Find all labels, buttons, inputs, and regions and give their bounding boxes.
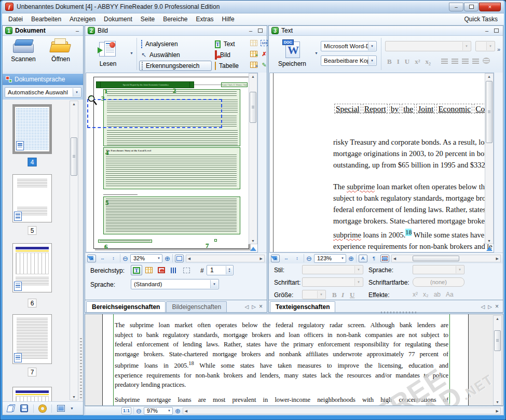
menu-extras[interactable]: Extras bbox=[192, 14, 218, 24]
zoom-in-icon[interactable]: ⊕ bbox=[165, 255, 170, 262]
closeup-zoom-select[interactable]: 97% ▼ bbox=[144, 407, 173, 415]
gear-icon[interactable] bbox=[39, 405, 46, 412]
analyze-table-icon[interactable] bbox=[249, 39, 258, 47]
image-vscrollbar[interactable]: ▲ ▼ bbox=[249, 73, 257, 244]
scroll-up-icon[interactable]: ▲ bbox=[485, 75, 493, 78]
add-part-icon[interactable]: + bbox=[249, 61, 258, 69]
closeup-vscrollbar[interactable]: ▲ ▼ bbox=[493, 315, 502, 405]
scan-button[interactable]: Scannen bbox=[7, 38, 40, 71]
thumbnail-page[interactable] bbox=[12, 387, 52, 401]
style-select[interactable]: ▼ bbox=[302, 265, 363, 274]
area-2[interactable]: Senator Charles E. Schumer, Chairman bbox=[221, 82, 248, 87]
area-handle[interactable] bbox=[96, 81, 101, 88]
effect-button[interactable]: ab bbox=[434, 291, 441, 298]
align-justify-icon[interactable] bbox=[472, 59, 479, 64]
scroll-right-icon[interactable]: ▶ bbox=[496, 257, 499, 261]
image-panel-header[interactable]: 2 Bild – bbox=[85, 26, 267, 36]
save-options-chevron-icon[interactable]: ▼ bbox=[314, 51, 318, 55]
scroll-left-icon[interactable]: ◀ bbox=[393, 257, 396, 261]
area-7[interactable] bbox=[214, 239, 217, 242]
close-button[interactable]: × bbox=[479, 3, 501, 11]
thumbnail-page[interactable] bbox=[12, 104, 52, 154]
thumbnail-page[interactable] bbox=[12, 314, 52, 364]
scroll-up-icon[interactable]: ▲ bbox=[70, 102, 78, 106]
scrollbar-thumb[interactable] bbox=[486, 81, 493, 143]
tool-analysieren[interactable]: Analysieren bbox=[139, 39, 212, 49]
font-color-button[interactable]: (none) bbox=[413, 277, 464, 287]
format-x₂-button[interactable]: x₂ bbox=[426, 58, 431, 66]
effect-button[interactable]: x₂ bbox=[423, 291, 429, 298]
thumbnail-page[interactable] bbox=[12, 174, 52, 222]
next-page-button[interactable] bbox=[87, 256, 93, 260]
next-tab-icon[interactable]: ▷ bbox=[252, 304, 256, 310]
actual-size-button[interactable]: 1:1 bbox=[121, 407, 131, 414]
minimize-button[interactable]: – bbox=[449, 3, 463, 11]
tab-bildeigenschaften[interactable]: Bildeigenschaften bbox=[166, 301, 227, 312]
size-select[interactable]: ▼ bbox=[302, 290, 326, 299]
image-hscrollbar[interactable]: ◀ ▶ bbox=[186, 255, 265, 262]
area-4[interactable]: The Foreclosure Story at the Local Level bbox=[103, 147, 240, 189]
selection-tool-icon[interactable] bbox=[175, 255, 184, 262]
scanned-page-view[interactable]: Special Report by the Joint Economic Com… bbox=[86, 73, 258, 253]
format-b-button[interactable]: B bbox=[387, 58, 392, 66]
page-thumbnail-4[interactable]: 4 bbox=[12, 104, 52, 154]
underline-button[interactable]: U bbox=[350, 291, 354, 299]
formatting-marks-icon[interactable]: ¶ bbox=[370, 255, 378, 262]
text-language-select[interactable]: ▼ bbox=[413, 265, 464, 274]
tab-texteigenschaften[interactable]: Texteigenschaften bbox=[270, 301, 335, 312]
save-button[interactable]: W DOC Speichern bbox=[272, 37, 312, 71]
area-number-spinner[interactable]: 1 ▲▼ bbox=[207, 265, 234, 275]
zoom-out-icon[interactable]: ⊖ bbox=[136, 407, 142, 415]
panel-minimize-icon[interactable]: – bbox=[248, 27, 254, 34]
panel-maximize-icon[interactable] bbox=[258, 29, 263, 33]
scroll-down-icon[interactable]: ▼ bbox=[485, 239, 493, 243]
scroll-up-icon[interactable]: ▲ bbox=[494, 317, 501, 320]
thumbnail-scrollbar[interactable]: ▲ ▼ bbox=[70, 101, 78, 400]
area-language-select[interactable]: (Standard) ▼ bbox=[131, 279, 219, 289]
font-family-select[interactable]: ▼ bbox=[385, 41, 471, 51]
effect-button[interactable]: x² bbox=[413, 291, 418, 298]
format-u-button[interactable]: U bbox=[405, 58, 409, 66]
menu-quick-tasks[interactable]: Quick Tasks bbox=[460, 14, 502, 24]
tool-erkennungsbereich[interactable]: Erkennungsbereich bbox=[139, 61, 212, 71]
text-zoom-select[interactable]: 123% ▼ bbox=[314, 254, 346, 263]
panel-splitter-handle[interactable] bbox=[80, 338, 82, 400]
area-type-barcode-button[interactable] bbox=[168, 265, 180, 275]
text-mode-icon[interactable]: A bbox=[359, 255, 367, 262]
panel-minimize-icon[interactable]: – bbox=[484, 27, 490, 34]
recognized-text-view[interactable]: SpecialReportbytheJointEconomicCommittee… bbox=[269, 73, 494, 253]
bold-button[interactable]: B bbox=[332, 291, 337, 299]
menu-anzeigen[interactable]: Anzeigen bbox=[65, 14, 100, 24]
thumbnail-page[interactable] bbox=[12, 243, 52, 292]
scroll-right-icon[interactable]: ▶ bbox=[496, 409, 499, 413]
text-vscrollbar[interactable]: ▲ ▼ bbox=[485, 73, 494, 244]
zoom-in-icon[interactable]: ⊕ bbox=[348, 255, 354, 262]
horizontal-splitter-handle[interactable] bbox=[381, 312, 417, 313]
edit-area-icon[interactable]: ✎ bbox=[259, 61, 269, 69]
text-panel-header[interactable]: 3 Text – bbox=[269, 26, 503, 36]
menu-dokument[interactable]: Dokument bbox=[100, 14, 136, 24]
scroll-left-icon[interactable]: ◀ bbox=[185, 409, 187, 413]
panel-maximize-icon[interactable] bbox=[494, 29, 499, 33]
read-options-chevron-icon[interactable]: ▼ bbox=[130, 51, 133, 55]
scroll-down-icon[interactable]: ▼ bbox=[494, 400, 501, 404]
zoom-in-icon[interactable]: ⊕ bbox=[175, 407, 181, 415]
text-hscrollbar[interactable]: ◀ ▶ bbox=[391, 255, 501, 262]
draw-tabelle-area-button[interactable]: Tabelle bbox=[215, 61, 247, 71]
prev-tab-icon[interactable]: ◁ bbox=[245, 304, 249, 310]
font-select[interactable]: ▼ bbox=[302, 277, 363, 287]
delete-area-icon[interactable]: ✗ bbox=[259, 50, 269, 58]
save-format-select[interactable]: Microsoft Word-D ▼ bbox=[321, 41, 377, 51]
read-button[interactable]: Lesen bbox=[88, 37, 128, 71]
scroll-left-icon[interactable]: ◀ bbox=[188, 257, 190, 261]
tool-auswhlen[interactable]: ↖Auswählen bbox=[139, 50, 212, 60]
restore-button[interactable] bbox=[464, 3, 478, 11]
toolbar-overflow-icon[interactable]: » bbox=[497, 46, 500, 52]
area-type-text-button[interactable]: T bbox=[131, 265, 142, 275]
title-bar[interactable]: ƒ Unbenanntes Dokument [4] - ABBYY FineR… bbox=[2, 1, 504, 13]
panel-minimize-icon[interactable]: – bbox=[74, 27, 80, 34]
draw-bild-area-button[interactable]: Bild bbox=[215, 50, 247, 60]
document-language-select[interactable]: Automatische Auswahl ▼ bbox=[5, 87, 81, 97]
scrollbar-thumb[interactable] bbox=[250, 92, 256, 123]
menu-bereiche[interactable]: Bereiche bbox=[159, 14, 192, 24]
